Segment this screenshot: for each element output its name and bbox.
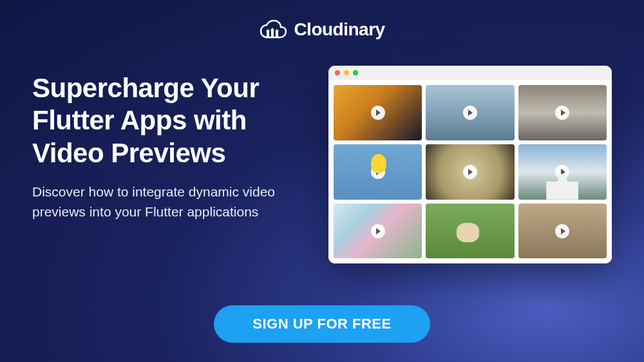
browser-titlebar (328, 66, 612, 80)
svg-rect-2 (276, 31, 278, 37)
text-column: Supercharge Your Flutter Apps with Video… (32, 66, 303, 292)
svg-rect-1 (271, 30, 274, 37)
content-row: Supercharge Your Flutter Apps with Video… (32, 66, 612, 292)
play-icon (463, 106, 477, 120)
play-icon (371, 224, 385, 238)
preview-column (328, 66, 612, 292)
headline: Supercharge Your Flutter Apps with Video… (32, 72, 303, 169)
cloudinary-cloud-icon (259, 19, 287, 40)
dog-shape (457, 223, 479, 242)
window-minimize-dot (344, 70, 349, 75)
balloon-shape (371, 154, 386, 173)
video-thumbnail-grid (328, 80, 612, 263)
video-thumbnail (518, 85, 607, 140)
video-thumbnail (518, 144, 607, 200)
video-thumbnail (334, 85, 422, 140)
capitol-shape (546, 174, 578, 200)
video-thumbnail (518, 204, 607, 259)
video-thumbnail (426, 85, 514, 140)
video-thumbnail (334, 144, 422, 200)
svg-rect-0 (267, 31, 269, 37)
video-thumbnail (426, 144, 514, 200)
play-icon (371, 106, 385, 120)
subheadline: Discover how to integrate dynamic video … (32, 182, 303, 222)
play-icon (555, 106, 569, 120)
window-close-dot (335, 70, 340, 75)
brand-name: Cloudinary (294, 19, 384, 40)
cta-row: SIGN UP FOR FREE (32, 305, 612, 343)
signup-button[interactable]: SIGN UP FOR FREE (214, 305, 430, 343)
brand-logo: Cloudinary (32, 19, 612, 40)
window-maximize-dot (353, 70, 358, 75)
play-icon (555, 224, 569, 238)
promo-banner: Cloudinary Supercharge Your Flutter Apps… (0, 0, 644, 362)
play-icon (463, 165, 477, 179)
browser-mockup (328, 66, 612, 263)
video-thumbnail (426, 204, 514, 259)
video-thumbnail (334, 204, 422, 259)
